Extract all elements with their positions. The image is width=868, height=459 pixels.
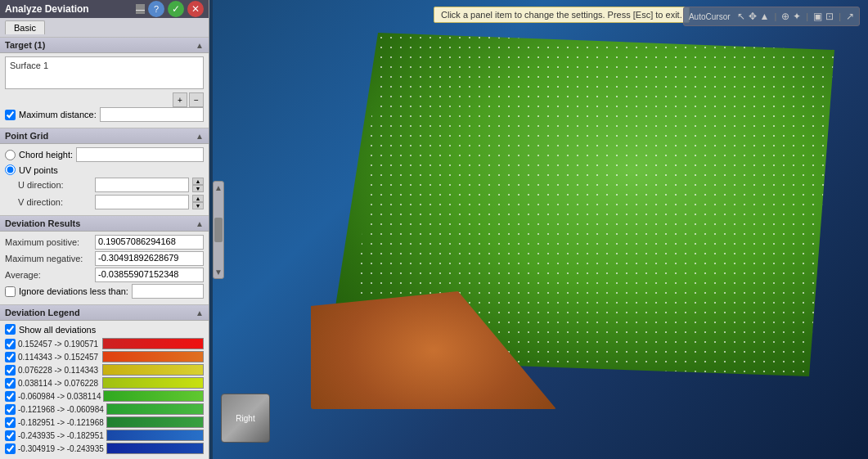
toolbar-icon-6[interactable]: ▣ (813, 11, 822, 22)
toolbar-icon-5[interactable]: ✦ (793, 11, 801, 22)
legend-checkbox-8[interactable] (5, 443, 16, 454)
legend-items: 0.152457 -> 0.1905710.114343 -> 0.152457… (5, 338, 204, 454)
toolbar-icon-8[interactable]: ↗ (846, 11, 854, 22)
panel-title: Analyze Deviation (5, 3, 89, 15)
target-item[interactable]: Surface 1 (8, 60, 200, 71)
deviation-results-body: Maximum positive: 0.19057086294168 Maxim… (0, 232, 209, 304)
legend-color-bar-6 (106, 416, 204, 428)
legend-label-6: -0.182951 -> -0.121968 (18, 418, 104, 427)
show-all-label: Show all deviations (19, 325, 96, 335)
ignore-deviations-checkbox[interactable] (5, 286, 16, 297)
target-controls: + − (5, 92, 204, 107)
show-all-row: Show all deviations (5, 324, 204, 335)
legend-item: 0.114343 -> 0.152457 (5, 351, 204, 362)
legend-checkbox-2[interactable] (5, 365, 16, 376)
legend-checkbox-1[interactable] (5, 352, 16, 362)
target-remove-button[interactable]: − (189, 92, 204, 107)
analyze-deviation-panel: Analyze Deviation — ? ✓ ✕ Basic Target (… (0, 0, 209, 459)
panel-titlebar: Analyze Deviation — ? ✓ ✕ (0, 0, 209, 18)
legend-checkbox-6[interactable] (5, 417, 16, 428)
target-section-header[interactable]: Target (1) ▲ (0, 38, 209, 53)
chord-height-label: Chord height: (19, 150, 73, 160)
legend-checkbox-4[interactable] (5, 391, 16, 402)
max-positive-row: Maximum positive: 0.19057086294168 (5, 235, 204, 250)
legend-color-bar-3 (102, 377, 204, 389)
show-all-checkbox[interactable] (5, 324, 16, 335)
toolbar-icon-3[interactable]: ▲ (760, 11, 770, 22)
target-list: Surface 1 (5, 56, 204, 89)
legend-label-5: -0.121968 -> -0.060984 (18, 405, 104, 414)
v-direction-input[interactable]: 20 (95, 195, 189, 209)
tooltip-text: Click a panel item to change the setting… (441, 10, 682, 20)
deviation-legend-label: Deviation Legend (5, 308, 80, 317)
max-positive-label: Maximum positive: (5, 237, 95, 247)
deviation-results-section: Deviation Results ▲ Maximum positive: 0.… (0, 216, 209, 305)
legend-color-bar-7 (106, 430, 204, 441)
toolbar: AutoCursor ↖ ✥ ▲ | ⊕ ✦ | ▣ ⊡ | ↗ (683, 7, 860, 26)
point-grid-header[interactable]: Point Grid ▲ (0, 128, 209, 144)
u-direction-down[interactable]: ▼ (192, 185, 204, 192)
target-add-button[interactable]: + (173, 92, 187, 107)
target-section: Target (1) ▲ Surface 1 + − Maximum dista… (0, 38, 209, 128)
deviation-results-header[interactable]: Deviation Results ▲ (0, 216, 209, 232)
deviation-legend-header[interactable]: Deviation Legend ▲ (0, 305, 209, 321)
panel-content: Target (1) ▲ Surface 1 + − Maximum dista… (0, 38, 209, 459)
max-positive-value: 0.19057086294168 (95, 235, 204, 250)
average-value: -0.03855907152348 (95, 268, 204, 282)
average-label: Average: (5, 270, 95, 280)
max-distance-input[interactable]: 20.0 (100, 107, 204, 122)
average-row: Average: -0.03855907152348 (5, 268, 204, 282)
max-negative-row: Maximum negative: -0.30491892628679 (5, 251, 204, 266)
chord-height-input[interactable]: 0.02 (76, 147, 204, 162)
nav-cube[interactable]: Right (221, 394, 270, 443)
toolbar-icon-4[interactable]: ⊕ (781, 11, 789, 22)
zoom-handle[interactable] (214, 218, 223, 242)
3d-viewport[interactable]: Click a panel item to change the setting… (213, 0, 868, 459)
legend-item: 0.152457 -> 0.190571 (5, 338, 204, 349)
legend-checkbox-7[interactable] (5, 430, 16, 441)
u-direction-up[interactable]: ▲ (192, 178, 204, 185)
toolbar-separator-1: | (774, 11, 776, 21)
uv-points-row: UV points (5, 164, 204, 175)
toolbar-icon-1[interactable]: ↖ (737, 11, 745, 22)
toolbar-icon-7[interactable]: ⊡ (825, 11, 834, 22)
u-direction-label: U direction: (18, 180, 92, 190)
v-direction-down[interactable]: ▼ (192, 202, 204, 209)
toolbar-icon-2[interactable]: ✥ (749, 11, 757, 22)
legend-checkbox-0[interactable] (5, 339, 16, 349)
legend-item: 0.076228 -> 0.114343 (5, 364, 204, 376)
point-grid-label: Point Grid (5, 131, 48, 141)
max-distance-checkbox[interactable] (5, 110, 16, 120)
toolbar-separator-3: | (839, 11, 841, 21)
uv-points-label: UV points (19, 165, 58, 175)
help-button[interactable]: ? (148, 1, 164, 17)
cancel-button[interactable]: ✕ (187, 1, 204, 17)
zoom-slider[interactable]: ▲ ▼ (213, 181, 224, 279)
titlebar-controls: — ? ✓ ✕ (136, 1, 204, 17)
legend-item: -0.304919 -> -0.243935 (5, 443, 204, 454)
point-grid-collapse-icon: ▲ (196, 132, 204, 141)
tab-basic[interactable]: Basic (5, 20, 45, 34)
ignore-deviations-input[interactable]: 0.00005 (132, 284, 204, 299)
legend-checkbox-5[interactable] (5, 404, 16, 415)
deviation-legend-section: Deviation Legend ▲ Show all deviations 0… (0, 305, 209, 459)
target-section-label: Target (1) (5, 40, 45, 50)
legend-label-2: 0.076228 -> 0.114343 (18, 366, 100, 375)
v-direction-spinner: ▲ ▼ (192, 195, 204, 209)
ignore-deviations-row: Ignore deviations less than: 0.00005 (5, 284, 204, 299)
u-direction-input[interactable]: 20 (95, 178, 189, 192)
legend-label-8: -0.304919 -> -0.243935 (18, 444, 104, 453)
legend-item: -0.243935 -> -0.182951 (5, 430, 204, 441)
tab-bar: Basic (0, 18, 209, 38)
v-direction-up[interactable]: ▲ (192, 195, 204, 202)
ok-button[interactable]: ✓ (168, 1, 184, 17)
legend-checkbox-3[interactable] (5, 378, 16, 389)
chord-height-radio[interactable] (5, 150, 16, 160)
ignore-deviations-label: Ignore deviations less than: (19, 286, 128, 296)
zoom-up-icon[interactable]: ▲ (214, 183, 223, 192)
minimize-button[interactable]: — (136, 4, 145, 14)
zoom-down-icon[interactable]: ▼ (214, 268, 223, 277)
legend-item: 0.038114 -> 0.076228 (5, 377, 204, 389)
uv-points-radio[interactable] (5, 164, 16, 175)
v-direction-row: V direction: 20 ▲ ▼ (18, 195, 204, 209)
